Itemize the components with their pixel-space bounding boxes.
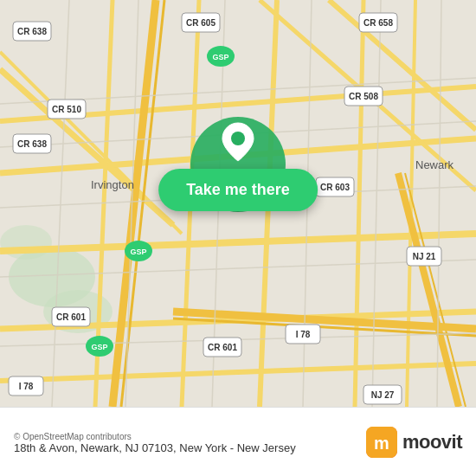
svg-text:GSP: GSP	[130, 248, 146, 256]
svg-text:CR 601: CR 601	[208, 343, 237, 352]
svg-text:CR 508: CR 508	[349, 92, 378, 101]
svg-text:NJ 21: NJ 21	[413, 252, 436, 261]
address-text: 18th & Avon, Newark, NJ 07103, New York …	[14, 441, 296, 454]
svg-text:CR 605: CR 605	[186, 18, 215, 28]
svg-text:Newark: Newark	[415, 158, 454, 171]
map-pin	[221, 121, 255, 156]
svg-text:I 78: I 78	[296, 330, 311, 339]
moovit-icon: m	[366, 427, 397, 458]
svg-text:CR 638: CR 638	[17, 27, 47, 36]
svg-text:GSP: GSP	[91, 343, 107, 351]
svg-point-70	[231, 132, 245, 145]
svg-text:Irvington: Irvington	[91, 178, 134, 191]
bottom-bar: © OpenStreetMap contributors 18th & Avon…	[0, 407, 476, 476]
svg-text:CR 638: CR 638	[17, 139, 47, 149]
svg-point-3	[0, 225, 52, 260]
svg-text:I 78: I 78	[19, 382, 34, 391]
svg-text:m: m	[374, 434, 389, 453]
moovit-logo: m moovit	[366, 427, 462, 458]
moovit-name: moovit	[402, 431, 462, 453]
svg-text:CR 658: CR 658	[363, 18, 393, 28]
svg-text:CR 603: CR 603	[320, 183, 350, 192]
take-me-there-button[interactable]: Take me there	[158, 169, 318, 211]
svg-text:CR 601: CR 601	[56, 312, 86, 322]
copyright-text: © OpenStreetMap contributors	[14, 432, 296, 441]
svg-text:NJ 27: NJ 27	[371, 390, 395, 400]
svg-text:CR 510: CR 510	[52, 105, 81, 114]
svg-text:GSP: GSP	[212, 53, 228, 61]
map-container: CR 638 CR 605 CR 658 CR 510 CR 508 CR 63…	[0, 0, 476, 407]
bottom-info: © OpenStreetMap contributors 18th & Avon…	[14, 430, 296, 454]
